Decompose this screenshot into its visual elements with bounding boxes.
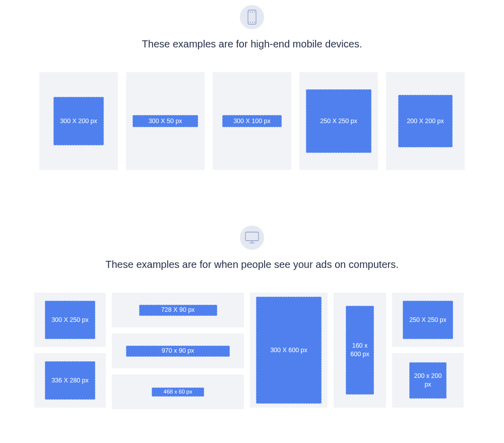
mobile-icon bbox=[247, 10, 257, 25]
desktop-card: 728 X 90 px bbox=[112, 293, 244, 327]
mobile-card: 300 X 200 px bbox=[39, 72, 118, 170]
ad-size-box: 300 X 250 px bbox=[45, 301, 95, 339]
ad-size-box: 336 X 280 px bbox=[45, 361, 95, 400]
desktop-title: These examples are for when people see y… bbox=[0, 259, 504, 270]
ad-size-box: 160 x 600 px bbox=[346, 306, 374, 395]
mobile-card: 300 X 50 px bbox=[126, 72, 205, 170]
ad-size-box: 300 X 50 px bbox=[133, 115, 198, 127]
desktop-card: 468 x 60 px bbox=[112, 374, 244, 409]
desktop-card: 250 X 250 px bbox=[392, 293, 464, 347]
desktop-col-a: 300 X 250 px 336 X 280 px bbox=[34, 293, 106, 409]
mobile-section: These examples are for high-end mobile d… bbox=[0, 5, 504, 170]
ad-size-box: 200 x 200 px bbox=[409, 362, 447, 399]
ad-size-box: 300 X 200 px bbox=[53, 97, 104, 145]
ad-size-box: 300 X 600 px bbox=[256, 297, 322, 404]
desktop-icon bbox=[245, 232, 259, 244]
ad-size-box: 300 X 100 px bbox=[222, 115, 282, 127]
desktop-col-c: 300 X 600 px bbox=[250, 293, 328, 409]
desktop-col-e: 250 X 250 px 200 x 200 px bbox=[392, 293, 464, 409]
ad-size-box: 468 x 60 px bbox=[152, 387, 204, 397]
desktop-card: 160 x 600 px bbox=[334, 293, 386, 408]
desktop-card: 300 X 600 px bbox=[250, 293, 328, 408]
desktop-card: 970 x 90 px bbox=[112, 334, 244, 368]
desktop-card: 336 X 280 px bbox=[34, 353, 106, 408]
mobile-card: 250 X 250 px bbox=[299, 72, 378, 170]
desktop-card: 300 X 250 px bbox=[34, 293, 106, 347]
desktop-grid: 300 X 250 px 336 X 280 px 728 X 90 px 97… bbox=[0, 293, 504, 409]
mobile-icon-circle bbox=[240, 5, 264, 29]
mobile-title: These examples are for high-end mobile d… bbox=[0, 38, 504, 50]
desktop-col-b: 728 X 90 px 970 x 90 px 468 x 60 px bbox=[112, 293, 244, 409]
desktop-icon-circle bbox=[240, 226, 264, 250]
ad-size-box: 728 X 90 px bbox=[139, 305, 217, 316]
mobile-row: 300 X 200 px 300 X 50 px 300 X 100 px 25… bbox=[0, 72, 504, 170]
desktop-card: 200 x 200 px bbox=[392, 353, 464, 408]
ad-size-box: 250 X 250 px bbox=[306, 89, 371, 153]
ad-size-box: 970 x 90 px bbox=[126, 346, 230, 357]
ad-size-box: 250 X 250 px bbox=[403, 301, 453, 339]
ad-size-box: 200 X 200 px bbox=[398, 95, 453, 147]
desktop-section: These examples are for when people see y… bbox=[0, 226, 504, 409]
desktop-col-d: 160 x 600 px bbox=[334, 293, 386, 409]
svg-rect-3 bbox=[245, 232, 259, 241]
mobile-card: 200 X 200 px bbox=[386, 72, 465, 170]
mobile-card: 300 X 100 px bbox=[213, 72, 291, 170]
